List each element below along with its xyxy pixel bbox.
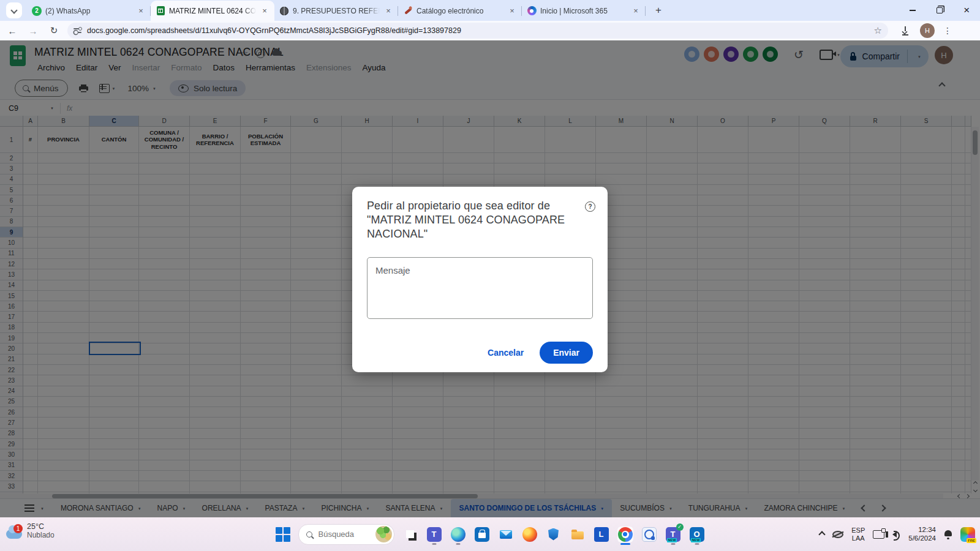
address-bar[interactable]: docs.google.com/spreadsheets/d/11xulvq6V… bbox=[67, 23, 888, 39]
tab-title: Inicio | Microsoft 365 bbox=[540, 7, 627, 15]
taskbar-icon-security-app[interactable] bbox=[546, 527, 562, 542]
tab-favicon-icon bbox=[156, 6, 165, 16]
browser-profile-avatar[interactable]: H bbox=[920, 23, 935, 38]
search-icon bbox=[306, 531, 312, 538]
tab-title: 9. PRESUPUESTO REFERENCIAL bbox=[293, 7, 380, 15]
tab-favicon-icon bbox=[403, 6, 413, 16]
system-tray: ESP LAA 12:34 5/6/2024 FRE bbox=[820, 517, 975, 551]
windows-taskbar: 1 25°C Nublado bbox=[0, 517, 980, 551]
tab-favicon-icon bbox=[527, 6, 537, 16]
weather-widget[interactable]: 1 25°C Nublado bbox=[6, 522, 55, 539]
close-window-button[interactable] bbox=[953, 0, 980, 21]
language-indicator[interactable]: ESP LAA bbox=[851, 527, 865, 542]
tab-close-icon[interactable] bbox=[136, 6, 146, 16]
notifications-bell-icon[interactable] bbox=[944, 530, 952, 538]
browser-tabs: 2 (2) WhatsApp MATRIZ MINTEL 0624 CONAGO… bbox=[27, 0, 646, 21]
widget-app-icon[interactable]: FRE bbox=[960, 527, 975, 542]
tab-favicon-icon: 2 bbox=[32, 6, 42, 16]
date: 5/6/2024 bbox=[908, 534, 936, 543]
browser-tab-catalogo[interactable]: Catálogo electrónico bbox=[398, 1, 522, 21]
notification-badge: 1 bbox=[13, 524, 23, 533]
browser-tab-strip: 2 (2) WhatsApp MATRIZ MINTEL 0624 CONAGO… bbox=[0, 0, 980, 21]
dialog-title: Pedir al propietario que sea editor de "… bbox=[367, 199, 593, 241]
time: 12:34 bbox=[918, 526, 936, 534]
eye-slash-icon[interactable] bbox=[832, 531, 843, 538]
taskbar-apps: T bbox=[402, 527, 705, 542]
tab-close-icon[interactable] bbox=[507, 6, 517, 16]
cloud-weather-icon: 1 bbox=[6, 530, 22, 539]
restore-button[interactable] bbox=[926, 0, 953, 21]
taskbar-icon-mail[interactable] bbox=[498, 527, 514, 542]
search-daily-image bbox=[375, 526, 392, 542]
taskbar-icon-teams[interactable]: T bbox=[426, 527, 442, 542]
browser-tab-presupuesto[interactable]: 9. PRESUPUESTO REFERENCIAL bbox=[274, 1, 398, 21]
tab-title: (2) WhatsApp bbox=[45, 7, 132, 15]
downloads-icon[interactable] bbox=[900, 26, 910, 36]
browser-tab-m365[interactable]: Inicio | Microsoft 365 bbox=[522, 1, 646, 21]
tab-close-icon[interactable] bbox=[383, 6, 393, 16]
send-button[interactable]: Enviar bbox=[540, 342, 593, 364]
tab-title: Catálogo electrónico bbox=[417, 7, 503, 15]
message-input[interactable] bbox=[367, 257, 593, 319]
window-controls bbox=[899, 0, 980, 21]
clock[interactable]: 12:34 5/6/2024 bbox=[908, 526, 936, 542]
site-info-icon[interactable] bbox=[74, 26, 82, 35]
volume-icon[interactable] bbox=[892, 531, 897, 538]
request-edit-access-dialog: Pedir al propietario que sea editor de "… bbox=[352, 187, 608, 372]
tab-title: MATRIZ MINTEL 0624 CONAGO bbox=[169, 7, 256, 15]
browser-tab-whatsapp[interactable]: 2 (2) WhatsApp bbox=[27, 1, 151, 21]
taskbar-icon-store[interactable] bbox=[474, 527, 490, 542]
taskbar-icon-firefox[interactable] bbox=[522, 527, 538, 542]
taskbar-icon-scheduler[interactable] bbox=[641, 527, 657, 542]
temperature: 25°C bbox=[27, 522, 55, 531]
url-text: docs.google.com/spreadsheets/d/11xulvq6V… bbox=[87, 26, 461, 35]
back-button[interactable] bbox=[4, 22, 21, 39]
bookmark-star-icon[interactable] bbox=[874, 25, 882, 36]
weather-condition: Nublado bbox=[27, 531, 55, 539]
minimize-button[interactable] bbox=[899, 0, 926, 21]
tab-close-icon[interactable] bbox=[631, 6, 641, 16]
forward-button[interactable] bbox=[24, 22, 42, 39]
chevron-down-icon bbox=[10, 7, 17, 13]
tray-expand-icon[interactable] bbox=[819, 531, 826, 538]
start-button[interactable] bbox=[276, 527, 290, 542]
tab-favicon-icon bbox=[279, 6, 289, 16]
taskbar-icon-task-view[interactable] bbox=[402, 527, 418, 542]
taskbar-icon-l-app[interactable]: L bbox=[594, 527, 609, 542]
browser-menu-icon[interactable] bbox=[943, 26, 952, 36]
taskbar-icon-edge[interactable] bbox=[450, 527, 466, 542]
taskbar-icon-chrome[interactable] bbox=[617, 527, 633, 542]
help-icon[interactable] bbox=[585, 201, 595, 212]
search-input[interactable] bbox=[317, 529, 363, 539]
tab-search-button[interactable] bbox=[6, 2, 22, 18]
taskbar-icon-outlook-new[interactable]: O NEW bbox=[689, 527, 705, 542]
new-tab-button[interactable] bbox=[650, 2, 666, 18]
browser-toolbar: docs.google.com/spreadsheets/d/11xulvq6V… bbox=[0, 21, 980, 41]
taskbar-icon-file-explorer[interactable] bbox=[570, 527, 586, 542]
network-display-icon[interactable] bbox=[873, 530, 884, 539]
reload-button[interactable] bbox=[45, 22, 62, 39]
browser-tab-sheets[interactable]: MATRIZ MINTEL 0624 CONAGO bbox=[151, 1, 274, 21]
tab-close-icon[interactable] bbox=[260, 6, 270, 16]
cancel-button[interactable]: Cancelar bbox=[478, 343, 533, 362]
taskbar-search[interactable] bbox=[298, 524, 394, 545]
taskbar-icon-teams-new[interactable]: T NEW bbox=[665, 527, 681, 542]
